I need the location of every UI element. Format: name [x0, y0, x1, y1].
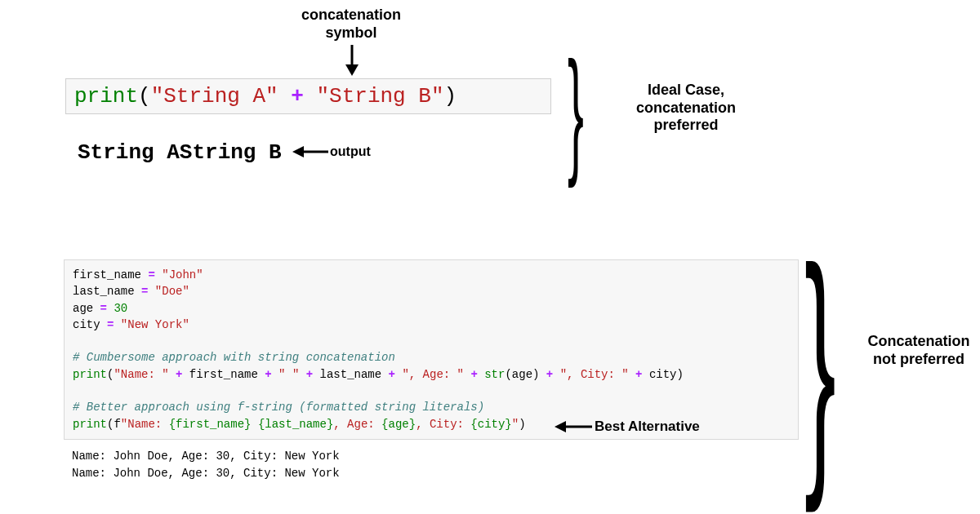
l7-op6: + [539, 368, 559, 381]
code-block-complex: first_name = "John" last_name = "Doe" ag… [64, 259, 799, 440]
token-fn: print [74, 84, 138, 109]
label-concat-not-preferred: Concatenation not preferred [858, 333, 980, 368]
l10-q5: " [512, 418, 519, 431]
text: Name: John Doe, Age: 30, City: New York … [72, 450, 340, 480]
l10-close: ) [519, 418, 525, 431]
text: output [330, 144, 371, 158]
l3-var: age [73, 302, 100, 315]
l7-age: (age) [505, 368, 539, 381]
l1-var: first_name [73, 268, 148, 281]
l7-v3: city [649, 368, 677, 381]
l7-v1: first_name [189, 368, 258, 381]
l7-op2: + [258, 368, 278, 381]
l7-s2: " " [278, 368, 299, 381]
l10-q3: , Age: [333, 418, 381, 431]
output-complex: Name: John Doe, Age: 30, City: New York … [64, 445, 799, 485]
l10-pre: (f [107, 418, 121, 431]
token-string-a: "String A" [151, 84, 278, 109]
svg-marker-7 [555, 421, 566, 432]
label-ideal-case: Ideal Case, concatenation preferred [617, 82, 755, 135]
l10-q1: "Name: [121, 418, 169, 431]
token-string-b: "String B" [316, 84, 443, 109]
text: concatenation symbol [301, 7, 401, 41]
token-open: ( [138, 84, 151, 109]
text: String AString B [78, 140, 282, 165]
l10-q2 [251, 418, 257, 431]
l7-str: str [484, 368, 505, 381]
l7-s3: ", Age: " [402, 368, 464, 381]
arrow-down-icon [343, 45, 361, 78]
l2-var: last_name [73, 285, 141, 298]
text: Concatenation not preferred [867, 333, 969, 367]
l10-fn: print [73, 418, 107, 431]
output-simple: String AString B [78, 140, 282, 165]
arrow-left-icon [291, 143, 328, 161]
l7-s4: ", City: " [560, 368, 629, 381]
l10-i2: {last_name} [258, 418, 333, 431]
text: Ideal Case, concatenation preferred [636, 82, 736, 133]
l10-i4: {city} [470, 418, 511, 431]
l10-q4: , City: [416, 418, 470, 431]
l3-eq: = [100, 302, 107, 315]
svg-marker-3 [292, 146, 304, 157]
l1-eq: = [148, 268, 154, 281]
code-block-simple: print("String A" + "String B") [65, 78, 551, 114]
l10-i1: {first_name} [169, 418, 252, 431]
l7-op7: + [629, 368, 649, 381]
text: Best Alternative [595, 419, 700, 434]
l7-s1: "Name: " [114, 368, 168, 381]
l6-comment: # Cumbersome approach with string concat… [73, 351, 395, 364]
l7-v2: last_name [320, 368, 382, 381]
l7-op1: + [169, 368, 189, 381]
arrow-left-icon [553, 418, 592, 436]
l9-comment: # Better approach using f-string (format… [73, 401, 484, 414]
label-concat-symbol: concatenation symbol [282, 7, 421, 42]
label-output: output [330, 144, 371, 159]
l2-val: "Doe" [148, 285, 189, 298]
token-plus: + [278, 84, 317, 109]
l10-i3: {age} [381, 418, 416, 431]
l7-op4: + [381, 368, 402, 381]
svg-marker-1 [345, 64, 359, 76]
l1-val: "John" [155, 268, 203, 281]
l4-val: "New York" [114, 318, 189, 331]
l4-var: city [73, 318, 107, 331]
l3-val: 30 [107, 302, 127, 315]
brace-icon: } [568, 31, 584, 191]
label-best-alternative: Best Alternative [595, 419, 700, 435]
l7-op5: + [464, 368, 484, 381]
token-close: ) [444, 84, 457, 109]
l7-fn: print [73, 368, 107, 381]
l7-op3: + [299, 368, 319, 381]
brace-icon: } [804, 208, 836, 514]
